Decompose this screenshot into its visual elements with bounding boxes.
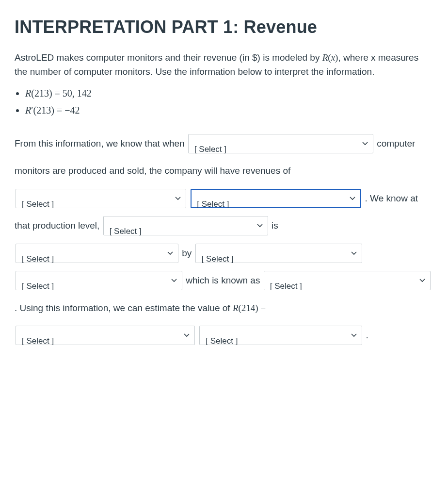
intro-math-rx: R(x) xyxy=(322,52,338,63)
select-estimate-value[interactable]: [ Select ] xyxy=(16,326,195,345)
given-list: R(213) = 50, 142 R′(213) = −42 xyxy=(25,86,433,118)
select-rate-amount[interactable]: [ Select ] xyxy=(195,244,362,263)
select-quantity[interactable]: [ Select ] xyxy=(188,134,373,153)
flow-text-5: by xyxy=(182,248,194,258)
select-subject[interactable]: [ Select ] xyxy=(103,216,268,235)
given-rprime-value: R′(213) = −42 xyxy=(25,103,433,118)
flow-text-6: which is known as xyxy=(186,276,262,286)
intro-paragraph: AstroLED makes computer monitors and the… xyxy=(15,50,433,79)
interpretation-flow: From this information, we know that when… xyxy=(15,130,433,349)
estimate-lhs: R(214) = xyxy=(233,303,266,313)
select-terminology[interactable]: [ Select ] xyxy=(264,271,431,290)
flow-text-7: . Using this information, we can estimat… xyxy=(15,303,233,313)
intro-text-1: AstroLED makes computer monitors and the… xyxy=(15,52,322,63)
flow-text-1: From this information, we know that when xyxy=(15,138,187,149)
select-rate-units[interactable]: [ Select ] xyxy=(16,271,182,290)
select-revenue-amount[interactable]: [ Select ] xyxy=(16,189,186,208)
select-revenue-units[interactable]: [ Select ] xyxy=(191,189,361,208)
page-title: INTERPRETATION PART 1: Revenue xyxy=(15,14,433,41)
given-r-value: R(213) = 50, 142 xyxy=(25,86,433,101)
select-direction[interactable]: [ Select ] xyxy=(16,244,178,263)
flow-text-8: . xyxy=(366,331,368,341)
flow-text-4: is xyxy=(272,221,278,231)
select-estimate-units[interactable]: [ Select ] xyxy=(199,326,362,345)
